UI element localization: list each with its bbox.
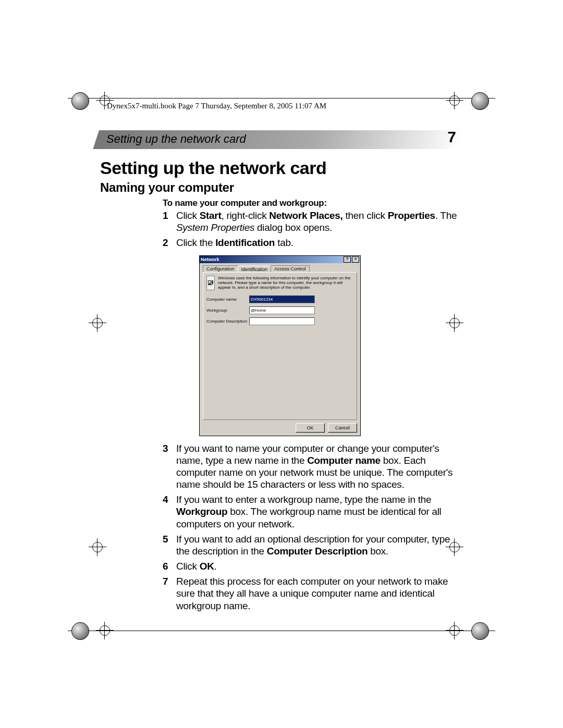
help-button[interactable]: ? — [344, 256, 351, 263]
page-meta: Dynex5x7-multi.book Page 7 Thursday, Sep… — [107, 102, 326, 110]
step-1: 1 Click Start, right-click Network Place… — [163, 209, 465, 233]
row-workgroup: Workgroup: — [206, 306, 353, 314]
crop-line-top — [68, 98, 495, 98]
procedure-steps-cont: 3 If you want to name your computer or c… — [163, 442, 465, 612]
cancel-button[interactable]: Cancel — [328, 423, 357, 433]
dialog-title: Network — [201, 257, 219, 262]
crop-mark — [67, 88, 93, 114]
running-head: Setting up the network card — [99, 130, 464, 149]
ok-button[interactable]: OK — [296, 423, 325, 433]
label-workgroup: Workgroup: — [206, 308, 249, 313]
running-head-label: Setting up the network card — [106, 132, 246, 146]
label-computer-name: Computer name: — [206, 297, 249, 302]
step-4: 4 If you want to enter a workgroup name,… — [163, 493, 465, 530]
procedure-steps: 1 Click Start, right-click Network Place… — [163, 209, 465, 249]
step-6: 6 Click OK. — [163, 560, 465, 572]
tab-access-control[interactable]: Access Control — [271, 265, 310, 272]
network-dialog-figure: Network ? × Configuration Identification… — [199, 255, 361, 436]
crop-mark — [467, 618, 493, 644]
step-3: 3 If you want to name your computer or c… — [163, 442, 465, 491]
close-button[interactable]: × — [352, 256, 359, 263]
crop-mark — [67, 310, 93, 336]
page-title: Setting up the network card — [100, 158, 465, 178]
step-2: 2 Click the Identification tab. — [163, 237, 465, 249]
dialog-info-text: Windows uses the following information t… — [218, 276, 353, 290]
label-description: Computer Description: — [206, 319, 249, 324]
page-number: 7 — [447, 128, 456, 146]
dialog-buttons: OK Cancel — [200, 423, 360, 436]
crop-mark — [67, 618, 93, 644]
dialog-tabs: Configuration Identification Access Cont… — [200, 263, 360, 272]
tab-configuration[interactable]: Configuration — [203, 265, 238, 272]
input-description[interactable] — [249, 317, 315, 325]
row-computer-name: Computer name: — [206, 295, 353, 303]
page-content: Setting up the network card Naming your … — [100, 154, 465, 615]
network-dialog: Network ? × Configuration Identification… — [199, 255, 361, 436]
crop-mark — [472, 534, 498, 560]
crop-line-bottom — [68, 631, 495, 631]
computer-icon: 🖳 — [206, 276, 215, 290]
input-workgroup[interactable] — [249, 306, 315, 314]
procedure-lead: To name your computer and workgroup: — [163, 198, 465, 208]
crop-mark — [67, 534, 93, 560]
crop-mark — [467, 88, 493, 114]
dialog-panel: 🖳 Windows uses the following information… — [203, 272, 357, 420]
section-heading: Naming your computer — [100, 180, 465, 195]
crop-mark — [472, 310, 498, 336]
input-computer-name[interactable] — [249, 295, 315, 303]
dialog-titlebar: Network ? × — [200, 256, 360, 263]
dialog-info: 🖳 Windows uses the following information… — [206, 276, 353, 290]
row-description: Computer Description: — [206, 317, 353, 325]
step-5: 5 If you want to add an optional descrip… — [163, 533, 465, 557]
step-7: 7 Repeat this process for each computer … — [163, 575, 465, 612]
